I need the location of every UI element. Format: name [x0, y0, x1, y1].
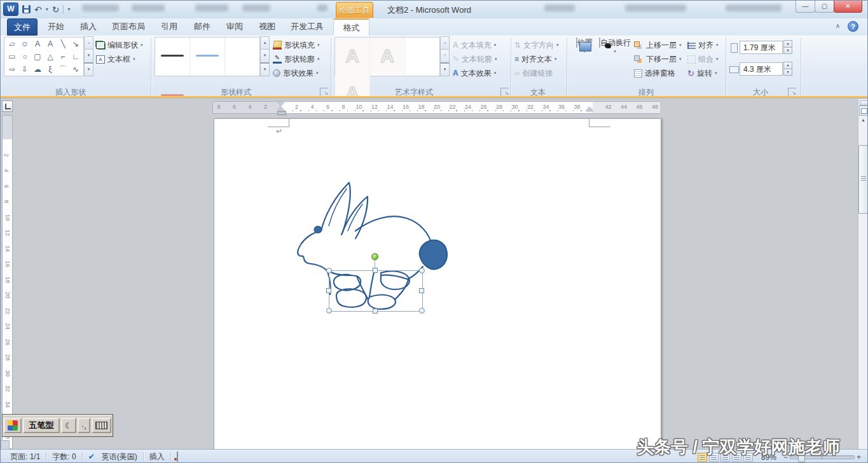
- bring-forward-button[interactable]: 上移一层 ▾: [634, 39, 682, 52]
- text-outline-button[interactable]: ✎ 文本轮廓 ▾: [453, 53, 497, 66]
- tab-stop-selector[interactable]: [2, 100, 13, 112]
- tab-home[interactable]: 开始: [42, 18, 70, 36]
- word-count[interactable]: 字数: 0: [46, 452, 81, 462]
- zoom-level[interactable]: 89%: [761, 453, 776, 462]
- tab-review[interactable]: 审阅: [221, 18, 249, 36]
- shape-outline-button[interactable]: ✎ 形状轮廓 ▾: [273, 53, 320, 66]
- shape-width-input[interactable]: 4.3 厘米: [740, 62, 783, 76]
- tab-mailings[interactable]: 邮件: [188, 18, 216, 36]
- elbow-arrow-connector-icon[interactable]: ∟: [69, 50, 82, 63]
- rectangle-shape-icon[interactable]: ▭: [6, 50, 18, 63]
- word-logo-icon[interactable]: W: [3, 3, 18, 16]
- create-link-button[interactable]: ∞ 创建链接: [514, 67, 553, 79]
- rounded-rectangle-shape-icon[interactable]: ▢: [31, 50, 44, 63]
- smiley-shape-icon[interactable]: ☺: [18, 38, 31, 50]
- text-direction-button[interactable]: ⇅ 文字方向 ▾: [514, 39, 559, 52]
- gallery-scroll-up-icon[interactable]: ▴: [84, 36, 93, 50]
- text-effects-button[interactable]: A 文本效果 ▾: [453, 67, 496, 79]
- gallery-more-icon[interactable]: ▾: [440, 62, 450, 76]
- right-arrow-shape-icon[interactable]: ⇨: [6, 63, 18, 76]
- collapse-ribbon-icon[interactable]: ∧: [836, 22, 840, 29]
- shape-style-preview-black-line[interactable]: [155, 38, 190, 74]
- scrollbar-thumb[interactable]: [858, 145, 868, 214]
- language-indicator[interactable]: 英语(美国): [100, 452, 143, 462]
- zoom-slider[interactable]: [790, 455, 855, 459]
- shape-height-spinner[interactable]: ▴ ▾: [783, 41, 792, 54]
- ime-language-bar[interactable]: 五笔型 ☾ ·,: [2, 414, 113, 437]
- tab-view[interactable]: 视图: [253, 18, 281, 36]
- ime-softkeyboard-button[interactable]: [92, 418, 111, 433]
- gallery-scroll-up-icon[interactable]: ▴: [260, 36, 270, 50]
- tab-format[interactable]: 格式: [333, 18, 369, 36]
- arc-shape-icon[interactable]: ⌒: [57, 63, 69, 76]
- spin-down-icon[interactable]: ▾: [783, 47, 792, 55]
- cube-shape-icon[interactable]: ▱: [6, 38, 18, 50]
- gallery-scroll-down-icon[interactable]: ▾: [84, 49, 93, 62]
- zoom-out-icon[interactable]: −: [783, 453, 788, 462]
- size-dialog-launcher[interactable]: ↘: [788, 88, 796, 96]
- tab-developer[interactable]: 开发工具: [286, 18, 329, 36]
- h-scrollbar-stub[interactable]: [1, 440, 10, 450]
- vertical-scrollbar[interactable]: ▲: [858, 99, 868, 449]
- minimize-button[interactable]: —: [796, 1, 815, 13]
- spellcheck-icon[interactable]: ✔: [83, 452, 100, 461]
- down-arrow-shape-icon[interactable]: ⇩: [18, 63, 31, 76]
- wordart-style-2[interactable]: A: [370, 38, 405, 74]
- align-button[interactable]: 对齐 ▾: [687, 39, 719, 52]
- gallery-scroll-down-icon[interactable]: ▾: [440, 49, 450, 62]
- gallery-scroll-up-icon[interactable]: ▴: [440, 36, 450, 50]
- gallery-scroll-down-icon[interactable]: ▾: [260, 49, 270, 62]
- rotate-button[interactable]: ↻ 旋转 ▾: [687, 67, 717, 79]
- right-indent-marker[interactable]: [586, 107, 593, 111]
- undo-dropdown-icon[interactable]: ▾: [46, 6, 48, 12]
- macro-record-button[interactable]: [171, 452, 184, 461]
- ime-fullhalf-button[interactable]: ☾: [61, 418, 76, 433]
- selection-handle-sw[interactable]: [326, 308, 332, 314]
- scribble-shape-icon[interactable]: ξ: [44, 63, 57, 76]
- redo-icon[interactable]: ↻: [52, 4, 60, 15]
- wrap-text-button[interactable]: 自动换行 ▾: [598, 38, 631, 79]
- zoom-in-icon[interactable]: +: [857, 453, 861, 462]
- selection-handle-e[interactable]: [419, 288, 424, 293]
- selection-handle-w[interactable]: [326, 288, 331, 293]
- insert-mode-indicator[interactable]: 插入: [144, 452, 170, 462]
- ruler-toggle-button[interactable]: [859, 106, 868, 116]
- spin-down-icon[interactable]: ▾: [783, 69, 792, 76]
- shape-height-input[interactable]: 1.79 厘米: [740, 41, 783, 54]
- selection-bounding-box[interactable]: [329, 270, 423, 312]
- page-indicator[interactable]: 页面: 1/1: [4, 452, 46, 462]
- text-fill-button[interactable]: A 文本填充 ▾: [453, 39, 496, 52]
- arrow-line-shape-icon[interactable]: ↘: [69, 38, 82, 50]
- zoom-slider-thumb[interactable]: [798, 453, 805, 462]
- shape-width-spinner[interactable]: ▴ ▾: [783, 62, 792, 76]
- tab-page-layout[interactable]: 页面布局: [107, 18, 150, 36]
- shape-style-preview-blue-line[interactable]: [190, 38, 225, 74]
- view-web-layout-button[interactable]: [720, 453, 730, 462]
- h-ruler[interactable]: 8642246810121416182022242628303234363842…: [212, 101, 660, 114]
- align-text-button[interactable]: ≡ 对齐文本 ▾: [514, 53, 557, 66]
- restore-button[interactable]: ▢: [815, 1, 834, 13]
- selection-pane-button[interactable]: 选择窗格: [634, 67, 675, 79]
- cloud-shape-icon[interactable]: ☁: [31, 63, 44, 76]
- shape-effects-button[interactable]: 形状效果 ▾: [273, 67, 319, 79]
- column-text-shape-icon[interactable]: A: [44, 38, 57, 50]
- gallery-more-icon[interactable]: ▾: [260, 62, 270, 76]
- selection-handle-se[interactable]: [419, 308, 425, 314]
- undo-icon[interactable]: ↶: [34, 4, 42, 15]
- view-print-layout-button[interactable]: [698, 453, 707, 462]
- curve-shape-icon[interactable]: ∿: [69, 63, 82, 76]
- send-backward-button[interactable]: 下移一层 ▾: [634, 53, 682, 66]
- position-button[interactable]: 位置 ▾: [570, 38, 598, 79]
- ime-mode-button[interactable]: 五笔型: [23, 418, 60, 433]
- group-button[interactable]: 组合 ▾: [687, 53, 719, 66]
- hanging-indent-marker[interactable]: [277, 107, 285, 111]
- shape-styles-dialog-launcher[interactable]: ↘: [320, 88, 328, 96]
- tab-references[interactable]: 引用: [155, 18, 184, 36]
- elbow-connector-icon[interactable]: ⌐: [57, 50, 69, 63]
- v-ruler[interactable]: 2468101214161820222426283032343638: [2, 115, 13, 449]
- view-outline-button[interactable]: [732, 453, 741, 462]
- view-fullscreen-reading-button[interactable]: [709, 453, 719, 462]
- selection-handle-nw[interactable]: [326, 268, 332, 273]
- help-icon[interactable]: ?: [848, 21, 858, 32]
- shape-fill-button[interactable]: 形状填充 ▾: [273, 39, 320, 52]
